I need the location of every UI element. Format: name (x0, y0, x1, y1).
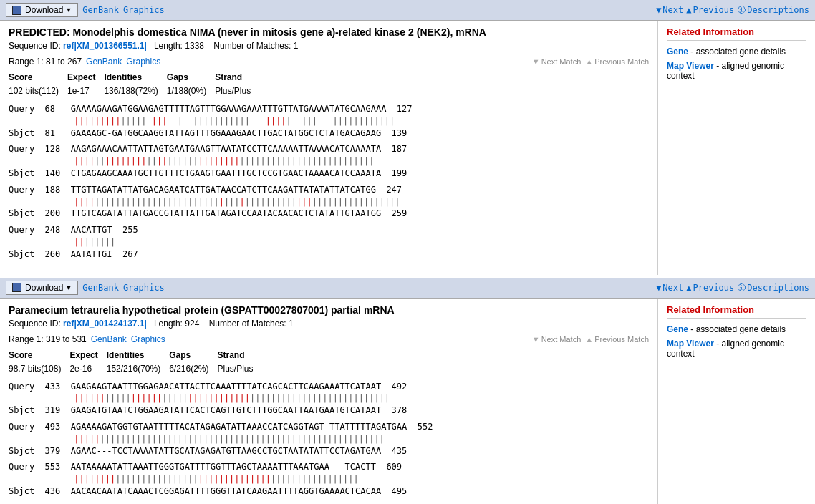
mapviewer-anchor-2[interactable]: Map Viewer (667, 339, 714, 349)
align-1-1: Query 68 GAAAAGAAGATGGAAGAGTTTTTAGTTTGGA… (9, 103, 649, 139)
genbank-link-2[interactable]: GenBank (82, 283, 119, 293)
alignment-block-1: Query 68 GAAAAGAAGATGGAAGAGTTTTTAGTTTGGA… (9, 103, 649, 261)
range-label-2: Range 1: 319 to 531 (9, 334, 87, 344)
mapviewer-link-2: Map Viewer - aligned genomic context (667, 339, 806, 359)
query-1-2: Query 128 AAGAGAAACAATTATTAGTGAATGAAGTTA… (9, 143, 649, 155)
toolbar-1: Download ▼ GenBank Graphics ▼ Next ▲ Pre… (0, 0, 815, 21)
gene-anchor-2[interactable]: Gene (667, 324, 688, 334)
prev-match-triangle-1: ▲ (585, 57, 593, 66)
result-2-meta: Sequence ID: ref|XM_001424137.1| Length:… (9, 319, 649, 329)
gaps-value-2: 6/216(2%) (169, 362, 217, 375)
query-2-2: Query 493 AGAAAAGATGGTGTAATTTTTACATAGAGA… (9, 421, 649, 433)
sbjct-1-1: Sbjct 81 GAAAAGC-GATGGCAAGGTATTAGTTTGGAA… (9, 127, 649, 140)
bars-1-2: ||||||||||||||||||||||||||||||||||||||||… (9, 155, 649, 168)
genbank-link-1[interactable]: GenBank (82, 5, 119, 15)
query-1-3: Query 188 TTGTTAGATATTATGACAGAATCATTGATA… (9, 184, 649, 196)
gene-anchor-1[interactable]: Gene (667, 47, 688, 57)
sbjct-1-2: Sbjct 140 CTGAGAAGCAAATGCTTGTTTCTGAAGTGA… (9, 168, 649, 180)
dropdown-arrow-2: ▼ (65, 284, 72, 291)
disk-icon-1 (12, 6, 21, 15)
strand-header-1: Strand (215, 71, 259, 84)
matches-label-1: Number of Matches: (213, 41, 291, 51)
score-header-2: Score (9, 349, 69, 362)
query-2-1: Query 433 GAAGAAGTAATTTGGAGAACATTACTTCAA… (9, 381, 649, 393)
bars-2-3: ||||||||||||||||||||||||||||||||||||||||… (9, 473, 649, 485)
result-1: PREDICTED: Monodelphis domestica NIMA (n… (0, 21, 815, 275)
range-header-1: Range 1: 81 to 267 GenBank Graphics ▼ Ne… (9, 57, 649, 67)
stats-table-2: Score Expect Identities Gaps Strand 98.7… (9, 349, 262, 375)
bars-1-4: |||||||| (9, 236, 649, 248)
sbjct-1-4: Sbjct 260 AATATTGI 267 (9, 248, 649, 261)
previous-button-2[interactable]: ▲ Previous (686, 283, 734, 293)
prev-match-2[interactable]: ▲ Previous Match (585, 335, 649, 344)
alignment-block-2: Query 433 GAAGAAGTAATTTGGAGAACATTACTTCAA… (9, 381, 649, 504)
previous-button-1[interactable]: ▲ Previous (686, 5, 734, 15)
previous-label-1: Previous (693, 5, 735, 15)
gaps-header-1: Gaps (167, 71, 215, 84)
graphics-link-1[interactable]: Graphics (123, 5, 165, 15)
info-icon-2: 🛈 (737, 283, 746, 293)
disk-icon-2 (12, 283, 21, 292)
next-label-2: Next (662, 283, 683, 293)
identities-header-2: Identities (107, 349, 169, 362)
download-label-1: Download (25, 5, 63, 15)
toolbar-2: Download ▼ GenBank Graphics ▼ Next ▲ Pre… (0, 278, 815, 299)
align-2-1: Query 433 GAAGAAGTAATTTGGAGAACATTACTTCAA… (9, 381, 649, 417)
descriptions-label-2: Descriptions (747, 283, 809, 293)
score-header-1: Score (9, 71, 67, 84)
matches-label-2: Number of Matches: (209, 319, 286, 329)
gene-desc-2: - associated gene details (690, 324, 786, 334)
descriptions-button-2[interactable]: 🛈 Descriptions (737, 283, 809, 293)
next-match-2[interactable]: ▼ Next Match (532, 335, 582, 344)
prev-match-1[interactable]: ▲ Previous Match (585, 57, 649, 66)
identities-header-1: Identities (104, 71, 166, 84)
next-button-2[interactable]: ▼ Next (656, 283, 683, 293)
range-graphics-link-2[interactable]: Graphics (131, 334, 165, 344)
length-label-1: Length: (154, 41, 183, 51)
download-button-2[interactable]: Download ▼ (6, 281, 78, 295)
range-genbank-link-2[interactable]: GenBank (91, 334, 127, 344)
bars-2-2: ||||||||||||||||||||||||||||||||||||||||… (9, 433, 649, 445)
align-1-2: Query 128 AAGAGAAACAATTATTAGTGAATGAAGTTA… (9, 143, 649, 179)
descriptions-button-1[interactable]: 🛈 Descriptions (737, 5, 809, 15)
identities-value-1: 136/188(72%) (104, 84, 166, 98)
result-2-main: Paramecium tetraurelia hypothetical prot… (0, 299, 657, 504)
range-genbank-link-1[interactable]: GenBank (86, 57, 122, 67)
seq-id-link-1[interactable]: ref|XM_001366551.1| (63, 41, 147, 51)
mapviewer-anchor-1[interactable]: Map Viewer (667, 61, 714, 71)
align-2-2: Query 493 AGAAAAGATGGTGTAATTTTTACATAGAGA… (9, 421, 649, 457)
result-2-sidebar: Related Information Gene - associated ge… (657, 299, 815, 504)
next-button-1[interactable]: ▼ Next (656, 5, 683, 15)
gaps-value-1: 1/188(0%) (167, 84, 215, 98)
result-1-sidebar: Related Information Gene - associated ge… (657, 21, 815, 275)
sbjct-2-1: Sbjct 319 GAAGATGTAATCTGGAAGATATTCACTCAG… (9, 404, 649, 417)
mapviewer-link-1: Map Viewer - aligned genomic context (667, 61, 806, 81)
sbjct-2-3: Sbjct 436 AACAACAATATCAAACTCGGAGATTTTGGG… (9, 485, 649, 498)
expect-value-2: 2e-16 (69, 362, 106, 375)
graphics-link-2[interactable]: Graphics (123, 283, 165, 293)
result-1-main: PREDICTED: Monodelphis domestica NIMA (n… (0, 21, 657, 275)
strand-header-2: Strand (218, 349, 262, 362)
score-value-1: 102 bits(112) (9, 84, 67, 98)
download-button-1[interactable]: Download ▼ (6, 3, 78, 17)
related-title-2: Related Information (667, 304, 806, 319)
align-1-4: Query 248 AACATTGT 255 |||||||| Sbjct 26… (9, 224, 649, 260)
seq-id-link-2[interactable]: ref|XM_001424137.1| (63, 319, 147, 329)
range-header-1-right: ▼ Next Match ▲ Previous Match (532, 57, 649, 66)
next-match-triangle-1: ▼ (532, 57, 540, 66)
next-match-1[interactable]: ▼ Next Match (532, 57, 582, 66)
align-1-3: Query 188 TTGTTAGATATTATGACAGAATCATTGATA… (9, 184, 649, 220)
range-graphics-link-1[interactable]: Graphics (126, 57, 160, 67)
length-value-2: 924 (185, 319, 199, 329)
strand-value-2: Plus/Plus (218, 362, 262, 375)
previous-label-2: Previous (693, 283, 735, 293)
expect-header-2: Expect (69, 349, 106, 362)
next-label-1: Next (662, 5, 683, 15)
matches-value-1: 1 (294, 41, 299, 51)
matches-value-2: 1 (289, 319, 294, 329)
range-header-2: Range 1: 319 to 531 GenBank Graphics ▼ N… (9, 334, 649, 344)
sbjct-2-2: Sbjct 379 AGAAC---TCCTAAAATATTGCATAGAGAT… (9, 445, 649, 457)
gene-link-2: Gene - associated gene details (667, 324, 806, 334)
identities-value-2: 152/216(70%) (107, 362, 169, 375)
result-2: Paramecium tetraurelia hypothetical prot… (0, 299, 815, 504)
